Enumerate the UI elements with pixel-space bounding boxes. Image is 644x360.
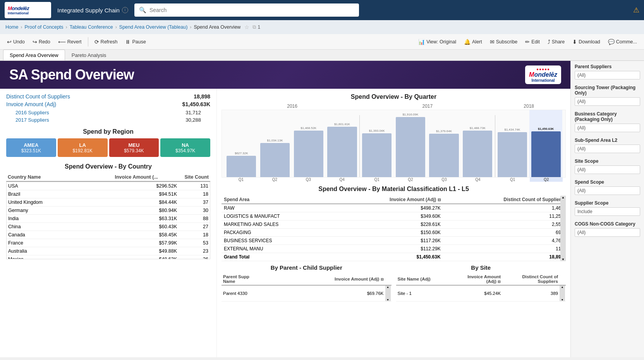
filter-business-value[interactable]: (All) (575, 124, 640, 132)
material-table: Spend Area Invoice Amount (Adj) ⊟ Distin… (222, 196, 566, 261)
country-name: United Kingdom (7, 198, 112, 207)
parent-row[interactable]: Parent 4330 $69.76K ▲ ▼ (222, 285, 392, 301)
site-header-name: Site Name (Adj) (396, 273, 449, 285)
q-2016-q1-wrap[interactable]: $627.32K (225, 110, 258, 177)
filter-sub-spend-value[interactable]: (All) (575, 145, 640, 153)
country-row[interactable]: Mexico $48.63K 26 (7, 255, 210, 260)
site-header-amount: Invoice Amount(Adj) ⊟ (449, 273, 502, 285)
parent-scroll-cell[interactable]: ▲ ▼ (385, 285, 392, 301)
material-row[interactable]: EXTERNAL MANU $112.29K 110 (222, 245, 566, 253)
q-2018-q2-wrap[interactable]: $1,450.63K (529, 110, 562, 177)
country-name: Canada (7, 231, 112, 239)
q-bottom-labels: Q1 Q2 Q3 Q4 Q1 Q2 Q3 Q4 Q1 Q2 (222, 177, 566, 182)
material-row[interactable]: PACKAGING $150.60K 697 (222, 229, 566, 237)
edit-button[interactable]: ✏ Edit (522, 37, 543, 47)
dashboard-logo: ●●●●● Mondelēz International (525, 65, 561, 84)
q-2017-q4-wrap[interactable]: $1,488.73K (461, 110, 494, 177)
mat-header-count: Distinct Count of Suppliers (443, 196, 566, 204)
country-amount: $57.99K (112, 239, 179, 247)
country-row[interactable]: France $57.99K 53 (7, 239, 210, 247)
country-name: Australia (7, 247, 112, 255)
breadcrumb-proof[interactable]: Proof of Concepts (25, 24, 64, 30)
quarter-chart-area: 2016 2017 2018 $627.32K $1,034.13K (222, 103, 566, 182)
copy-icon[interactable]: ⧉ (252, 24, 256, 30)
subscribe-icon: ✉ (490, 39, 495, 45)
dashboard-title: SA Spend Overview (9, 67, 134, 83)
country-row[interactable]: United Kingdom $84.44K 37 (7, 198, 210, 207)
material-row[interactable]: Grand Total $1,450.63K 18,898 (222, 253, 566, 261)
filter-parent-label: Parent Suppliers (575, 64, 640, 69)
region-meu-name: MEU (128, 142, 139, 148)
region-meu-value: $579.34K (124, 148, 144, 153)
country-name: Brazil (7, 190, 112, 198)
country-row[interactable]: Germany $80.94K 30 (7, 207, 210, 215)
filter-cogs-value[interactable]: (All) (575, 228, 640, 237)
subscribe-button[interactable]: ✉ Subscribe (487, 37, 521, 47)
search-icon: 🔍 (139, 7, 146, 14)
filter-sourcing-value[interactable]: (All) (575, 97, 640, 106)
nav-info-icon[interactable]: i (122, 7, 128, 13)
q-2018-q1-wrap[interactable]: $1,434.74K (496, 110, 529, 177)
q-2017-q1-wrap[interactable]: $1,393.04K (361, 110, 393, 177)
region-la[interactable]: LA $192.81K (58, 138, 108, 157)
search-input[interactable] (149, 7, 354, 13)
kpi-distinct-label: Distinct Count of Suppliers (6, 93, 70, 100)
mat-area: BUSINESS SERVICES (222, 237, 337, 245)
breadcrumb-home[interactable]: Home (5, 24, 18, 30)
country-row[interactable]: Brazil $94.51K 18 (7, 190, 210, 198)
filter-supplier-scope-value[interactable]: Include (575, 207, 640, 216)
country-amount: $58.45K (112, 231, 179, 239)
mat-amount: $349.60K (337, 212, 443, 220)
mat-count: 18,898 (443, 253, 566, 261)
q-2017-q2-wrap[interactable]: $1,916.09K (394, 110, 427, 177)
refresh-button[interactable]: ⟳ Refresh (91, 37, 121, 47)
country-table-scroll[interactable]: USA $296.52K 131Brazil $94.51K 18United … (6, 182, 210, 259)
download-button[interactable]: ⬇ Download (569, 37, 603, 47)
breadcrumb-tableau[interactable]: Tableau Conference (70, 24, 113, 30)
favorite-icon[interactable]: ☆ (244, 24, 249, 30)
q-2016-q4-wrap[interactable]: $1,601.81K (326, 110, 359, 177)
region-la-name: LA (79, 142, 86, 148)
region-na[interactable]: NA $354.97K (160, 138, 210, 157)
breadcrumb-spend-tableau[interactable]: Spend Area Overview (Tableau) (119, 24, 187, 30)
alert-button[interactable]: 🔔 Alert (461, 37, 485, 47)
year-divider-2017 (495, 115, 495, 177)
region-bars: AMEA $323.51K LA $192.81K MEU $579.34K N… (6, 138, 210, 157)
country-row[interactable]: India $63.31K 88 (7, 215, 210, 223)
tab-pareto[interactable]: Pareto Analysis (65, 50, 113, 60)
search-bar[interactable]: 🔍 (134, 3, 359, 17)
comment-button[interactable]: 💬 Comme... (605, 37, 640, 47)
material-row[interactable]: MARKETING AND SALES $228.61K 2,554 (222, 220, 566, 229)
region-meu[interactable]: MEU $579.34K (109, 138, 159, 157)
undo-button[interactable]: ↩ Undo (4, 37, 28, 47)
filter-spend-scope-value[interactable]: (All) (575, 186, 640, 195)
material-row[interactable]: RAW $498.27K 1,468 (222, 204, 566, 212)
country-row[interactable]: Australia $49.88K 23 (7, 247, 210, 255)
pause-button[interactable]: ⏸ Pause (122, 37, 149, 47)
q-2017-q3-wrap[interactable]: $1,379.64K (428, 110, 460, 177)
material-row[interactable]: LOGISTICS & MANUFACT $349.60K 11,253 (222, 212, 566, 220)
comment-icon: 💬 (608, 39, 615, 45)
share-button[interactable]: ⤴ Share (544, 37, 568, 47)
country-row[interactable]: China $60.43K 27 (7, 223, 210, 231)
q-2016-q3-wrap[interactable]: $1,468.52K (292, 110, 325, 177)
region-amea[interactable]: AMEA $323.51K (6, 138, 56, 157)
site-row[interactable]: Site - 1 $45.24K 389 ▲ ▼ (396, 285, 566, 301)
country-sites: 27 (179, 223, 210, 231)
country-row[interactable]: USA $296.52K 131 (7, 182, 210, 190)
nav-title[interactable]: Integrated Supply Chain i (57, 7, 128, 14)
tab-spend-area[interactable]: Spend Area Overview (3, 50, 65, 60)
q-2016-q2-wrap[interactable]: $1,034.13K (259, 110, 292, 177)
revert-button[interactable]: ⟵ Revert (55, 37, 85, 47)
site-scroll-cell[interactable]: ▲ ▼ (560, 285, 566, 301)
material-row[interactable]: BUSINESS SERVICES $117.26K 4,763 (222, 237, 566, 245)
material-scrollbar[interactable]: ▲ ▼ (560, 196, 566, 261)
view-original-button[interactable]: 📊 View: Original (415, 37, 459, 47)
redo-button[interactable]: ↪ Redo (29, 37, 53, 47)
filter-site-scope-value[interactable]: (All) (575, 165, 640, 174)
country-row[interactable]: Canada $58.45K 18 (7, 231, 210, 239)
region-na-name: NA (182, 142, 189, 148)
kpi-invoice-label: Invoice Amount (Adj) (6, 101, 56, 107)
region-na-value: $354.97K (175, 148, 195, 153)
filter-parent-value[interactable]: (All) (575, 71, 640, 79)
